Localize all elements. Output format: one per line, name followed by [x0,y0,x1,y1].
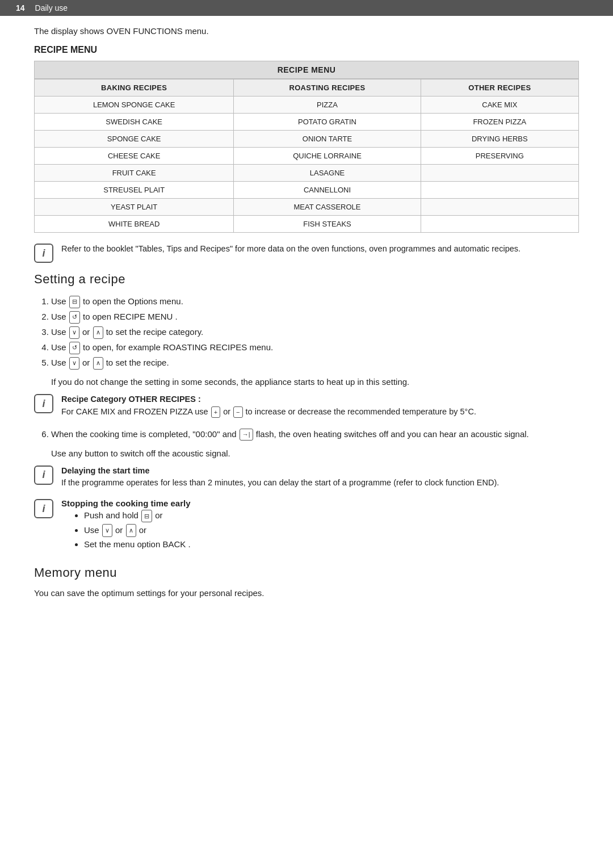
page-container: 14 Daily use The display shows OVEN FUNC… [0,0,613,868]
up-icon-2: ∧ [93,357,103,370]
table-cell: POTATO GRATIN [234,114,421,131]
info-text-2: Recipe Category OTHER RECIPES : For CAKE… [61,393,476,418]
table-title-row: RECIPE MENU [35,61,579,79]
options-icon: ⊟ [69,296,80,308]
steps-list: Use ⊟ to open the Options menu. Use ↺ to… [51,295,579,370]
info-box-1: i Refer to the booklet "Tables, Tips and… [34,243,579,263]
up-icon-stop: ∧ [126,524,136,537]
step6-list: When the cooking time is completed, "00:… [51,427,579,441]
recipe-icon-2: ↺ [69,342,80,354]
info-box-delay: i Delaying the start time If the program… [34,465,579,490]
info-text-1: Refer to the booklet "Tables, Tips and R… [61,243,520,255]
step-2: Use ↺ to open RECIPE MENU . [51,310,579,324]
table-row: SPONGE CAKEONION TARTEDRYING HERBS [35,131,579,148]
table-cell: FROZEN PIZZA [421,114,578,131]
delay-body: If the programme operates for less than … [61,478,499,487]
table-row: FRUIT CAKELASAGNE [35,165,579,182]
table-cell: LASAGNE [234,165,421,182]
content-area: The display shows OVEN FUNCTIONS menu. R… [0,26,613,630]
stop-content: Stopping the cooking time early Push and… [61,498,191,556]
info-note2-label-bold: Recipe Category OTHER RECIPES : [61,395,201,404]
step5-para: If you do not change the setting in some… [51,375,579,389]
table-cell [421,182,578,199]
delay-label: Delaying the start time [61,466,150,475]
table-cell: DRYING HERBS [421,131,578,148]
info-box-stop: i Stopping the cooking time early Push a… [34,498,579,556]
info-icon-stop: i [34,499,53,518]
page-number: 14 [16,3,25,12]
col-roasting: ROASTING RECIPES [234,79,421,97]
table-cell: YEAST PLAIT [35,199,234,216]
info-note2-body: For CAKE MIX and FROZEN PIZZA use + or −… [61,407,476,416]
col-header-row: BAKING RECIPES ROASTING RECIPES OTHER RE… [35,79,579,97]
info-note2-label: Recipe Category OTHER RECIPES : [61,395,201,404]
info-icon-2: i [34,394,53,413]
table-title: RECIPE MENU [35,61,579,79]
col-baking: BAKING RECIPES [35,79,234,97]
header-title: Daily use [35,3,68,12]
down-icon-2: ∨ [69,357,79,370]
table-cell: CANNELLONI [234,182,421,199]
table-cell: MEAT CASSEROLE [234,199,421,216]
flash-icon: →| [240,429,253,441]
info-text-delay: Delaying the start time If the programme… [61,465,499,490]
table-cell: SPONGE CAKE [35,131,234,148]
stop-bullet-3: Set the menu option BACK . [84,537,191,552]
table-row: YEAST PLAITMEAT CASSEROLE [35,199,579,216]
table-cell: PRESERVING [421,148,578,165]
col-other: OTHER RECIPES [421,79,578,97]
stop-bullet-1: Push and hold ⊟ or [84,508,191,523]
table-row: CHEESE CAKEQUICHE LORRAINEPRESERVING [35,148,579,165]
stop-bullet-2: Use ∨ or ∧ or [84,523,191,538]
table-cell: PIZZA [234,97,421,114]
stop-label: Stopping the cooking time early [61,498,191,508]
step6-para: Use any button to switch off the acousti… [51,447,579,460]
recipe-table-body: LEMON SPONGE CAKEPIZZACAKE MIXSWEDISH CA… [35,97,579,233]
recipe-menu-heading: RECIPE MENU [34,45,579,55]
table-row: SWEDISH CAKEPOTATO GRATINFROZEN PIZZA [35,114,579,131]
table-cell [421,216,578,233]
stop-bullets: Push and hold ⊟ or Use ∨ or ∧ or Set the… [84,508,191,552]
info-icon-1: i [34,244,53,263]
table-cell [421,199,578,216]
table-cell: WHITE BREAD [35,216,234,233]
info-icon-delay: i [34,466,53,485]
table-cell: LEMON SPONGE CAKE [35,97,234,114]
minus-icon: − [233,406,242,418]
memory-heading: Memory menu [34,565,579,580]
table-cell: FISH STEAKS [234,216,421,233]
step-5: Use ∨ or ∧ to set the recipe. [51,356,579,370]
hold-icon: ⊟ [141,510,152,523]
table-cell: CAKE MIX [421,97,578,114]
step-1: Use ⊟ to open the Options menu. [51,295,579,308]
table-row: WHITE BREADFISH STEAKS [35,216,579,233]
header-bar: 14 Daily use [0,0,613,16]
setting-heading: Setting a recipe [34,272,579,287]
table-cell: FRUIT CAKE [35,165,234,182]
table-cell [421,165,578,182]
recipe-table: RECIPE MENU BAKING RECIPES ROASTING RECI… [34,61,579,233]
recipe-icon-1: ↺ [69,311,80,324]
step-6: When the cooking time is completed, "00:… [51,427,579,441]
info-box-2: i Recipe Category OTHER RECIPES : For CA… [34,393,579,418]
memory-text: You can save the optimum settings for yo… [34,588,579,598]
plus-icon: + [211,406,220,418]
step-4: Use ↺ to open, for example ROASTING RECI… [51,341,579,354]
table-row: STREUSEL PLAITCANNELLONI [35,182,579,199]
table-cell: SWEDISH CAKE [35,114,234,131]
table-row: LEMON SPONGE CAKEPIZZACAKE MIX [35,97,579,114]
down-icon-stop: ∨ [102,524,112,537]
up-icon-1: ∧ [93,326,103,339]
down-icon-1: ∨ [69,326,79,339]
step-3: Use ∨ or ∧ to set the recipe category. [51,325,579,339]
table-cell: STREUSEL PLAIT [35,182,234,199]
table-cell: QUICHE LORRAINE [234,148,421,165]
intro-text: The display shows OVEN FUNCTIONS menu. [34,26,579,36]
table-cell: ONION TARTE [234,131,421,148]
table-cell: CHEESE CAKE [35,148,234,165]
